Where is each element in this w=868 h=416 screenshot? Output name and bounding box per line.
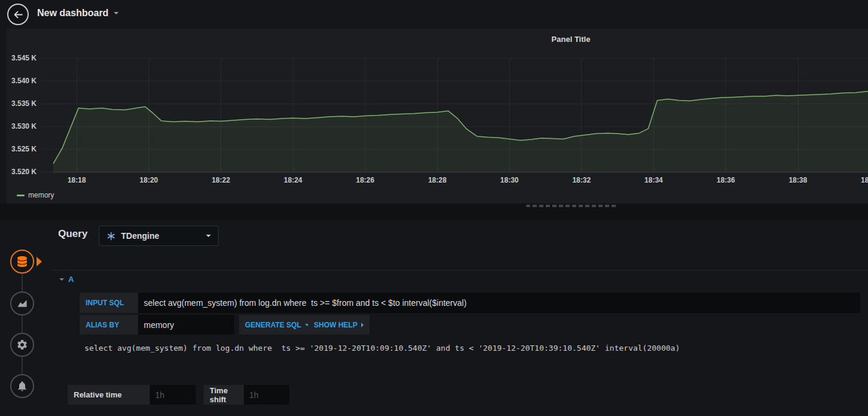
relative-time-field[interactable]: [150, 385, 196, 405]
dashboard-gap: [0, 204, 868, 220]
legend-label: memory: [28, 191, 54, 199]
svg-text:3.530 K: 3.530 K: [11, 122, 37, 130]
panel-title[interactable]: Panel Title: [552, 35, 591, 44]
svg-text:3.535 K: 3.535 K: [11, 99, 37, 108]
relative-time-label: Relative time: [68, 385, 150, 405]
generate-sql-label: GENERATE SQL: [245, 321, 301, 329]
alias-by-label: ALIAS BY: [80, 315, 138, 335]
generate-sql-button[interactable]: GENERATE SQL: [239, 315, 316, 335]
chevron-down-icon: [114, 12, 119, 14]
grafana-panel-edit-screen: New dashboard 3.520 K3.525 K3.530 K3.535…: [0, 0, 868, 416]
svg-text:18:40: 18:40: [861, 176, 868, 184]
svg-text:3.525 K: 3.525 K: [11, 145, 37, 153]
chevron-right-icon: [361, 323, 364, 327]
query-row-a-collapse[interactable]: A: [59, 275, 74, 284]
gear-icon: [16, 339, 28, 351]
svg-text:18:32: 18:32: [572, 176, 591, 184]
input-sql-field[interactable]: [138, 293, 860, 313]
legend: memory: [17, 191, 54, 199]
svg-text:18:18: 18:18: [68, 176, 86, 184]
svg-text:18:38: 18:38: [789, 176, 807, 184]
back-button[interactable]: [7, 4, 29, 25]
edit-tabs-rail-line: [22, 262, 23, 386]
database-icon: [17, 256, 27, 267]
tab-queries[interactable]: [10, 250, 34, 274]
query-section-title: Query: [58, 228, 87, 240]
svg-text:3.545 K: 3.545 K: [11, 54, 37, 62]
svg-text:3.540 K: 3.540 K: [11, 77, 37, 85]
query-ref-id: A: [68, 275, 74, 284]
show-help-label: SHOW HELP: [314, 321, 358, 329]
generated-sql-preview: select avg(mem_system) from log.dn where…: [84, 344, 680, 353]
bell-icon: [16, 380, 28, 392]
svg-text:18:28: 18:28: [428, 176, 447, 184]
time-shift-field[interactable]: [244, 385, 289, 405]
svg-text:18:24: 18:24: [284, 176, 303, 184]
svg-text:18:34: 18:34: [645, 176, 663, 184]
tab-visualization[interactable]: [10, 291, 34, 315]
svg-text:18:26: 18:26: [356, 176, 374, 184]
legend-item-memory[interactable]: memory: [17, 191, 54, 199]
svg-text:18:20: 18:20: [140, 176, 158, 184]
tdengine-logo-icon: [107, 232, 116, 241]
svg-text:18:22: 18:22: [211, 176, 230, 184]
chevron-down-icon: [206, 235, 211, 237]
time-series-chart[interactable]: 3.520 K3.525 K3.530 K3.535 K3.540 K3.545…: [7, 29, 868, 204]
active-tab-arrow-icon: [37, 257, 42, 266]
divider: [51, 270, 868, 271]
svg-text:18:30: 18:30: [500, 176, 519, 184]
datasource-picker[interactable]: TDengine: [99, 226, 219, 246]
tab-general[interactable]: [10, 333, 34, 357]
graph-panel: 3.520 K3.525 K3.530 K3.535 K3.540 K3.545…: [7, 29, 868, 204]
dashboard-title: New dashboard: [37, 8, 108, 19]
dashboard-title-dropdown[interactable]: New dashboard: [37, 8, 119, 19]
input-sql-label: INPUT SQL: [80, 293, 138, 313]
tab-alert[interactable]: [10, 374, 34, 398]
graph-icon: [16, 297, 28, 309]
arrow-left-icon: [13, 10, 23, 20]
collapse-caret-icon: [59, 278, 64, 281]
svg-text:3.520 K: 3.520 K: [11, 168, 37, 176]
legend-series-marker: [17, 195, 25, 196]
svg-text:18:36: 18:36: [716, 176, 735, 184]
horizontal-scrollbar-thumb[interactable]: [526, 205, 616, 207]
show-help-button[interactable]: SHOW HELP: [308, 315, 370, 335]
time-shift-label: Time shift: [204, 385, 244, 405]
alias-by-field[interactable]: [138, 315, 234, 335]
datasource-name: TDengine: [121, 231, 201, 241]
